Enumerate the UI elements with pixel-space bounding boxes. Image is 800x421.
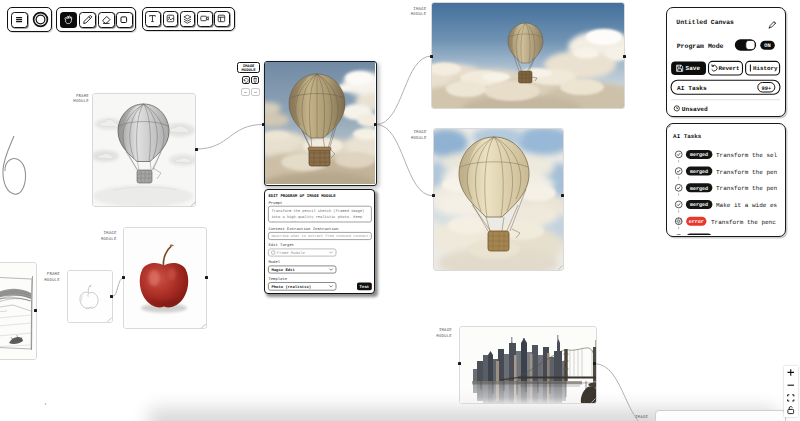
svg-text:Revert: Revert [718,65,739,72]
svg-text:AI Tasks: AI Tasks [673,132,702,139]
svg-text:Context Extraction Instruction: Context Extraction Instruction [268,227,338,232]
svg-text:Transform the penc: Transform the penc [711,218,776,225]
svg-text:Unsaved: Unsaved [682,105,708,112]
svg-text:ON: ON [764,43,770,49]
svg-text:merged: merged [690,169,708,175]
svg-text:Transform the pencil sketch (f: Transform the pencil sketch (framed imag… [271,210,364,215]
svg-text:History: History [753,65,778,72]
svg-text:Transform the sel: Transform the sel [716,151,778,158]
svg-text:Prompt: Prompt [268,201,282,206]
svg-text:Transform the pen: Transform the pen [716,168,778,175]
svg-text:merged: merged [690,152,708,158]
svg-text:Untitled Canvas: Untitled Canvas [676,19,734,26]
svg-text:AI Tasks: AI Tasks [677,84,707,91]
svg-text:Photo (realistic): Photo (realistic) [271,285,311,290]
svg-text:error: error [688,219,703,225]
svg-text:Save: Save [686,65,701,72]
svg-text:Describe what to extract from: Describe what to extract from inbound co… [271,235,370,240]
svg-text:Magic Edit: Magic Edit [271,268,294,273]
svg-text:Frame Module: Frame Module [277,251,306,256]
svg-text:Transform the pen: Transform the pen [716,185,778,192]
svg-text:Test: Test [360,285,370,290]
svg-text:99+: 99+ [761,85,771,91]
svg-text:Make it a wide es: Make it a wide es [716,201,778,208]
svg-text:MODULE: MODULE [241,68,256,72]
svg-text:Program Mode: Program Mode [677,42,724,49]
svg-text:into a high-quality realistic: into a high-quality realistic photo. Kee… [271,215,362,220]
svg-text:the overall composition and su: the overall composition and subject; im [271,221,358,226]
svg-text:Model: Model [268,261,280,266]
svg-text:EDIT PROGRAM OF IMAGE MODULE: EDIT PROGRAM OF IMAGE MODULE [268,194,336,199]
svg-text:Template: Template [268,277,287,282]
svg-text:IMAGE: IMAGE [243,64,255,69]
svg-text:merged: merged [690,202,708,208]
svg-text:merged: merged [690,185,708,191]
svg-text:Edit Target: Edit Target [268,244,294,249]
